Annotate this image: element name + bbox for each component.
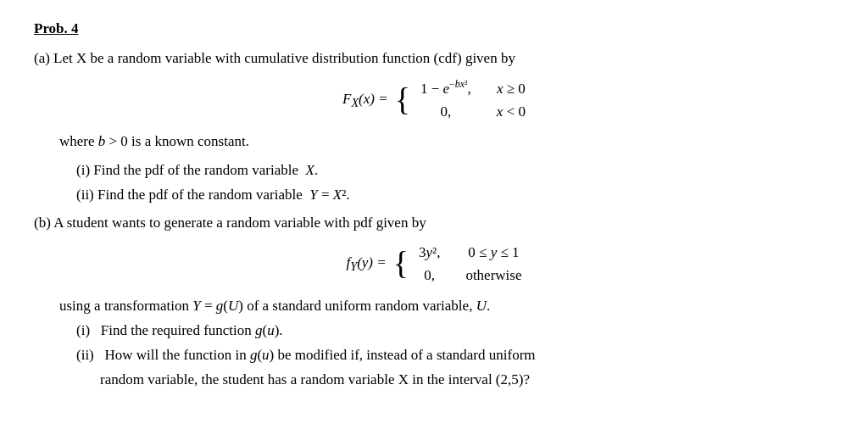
sub-item-i: (i) Find the required function g(u). <box>76 319 834 342</box>
cdf-func-label: FX(x) = <box>342 87 388 113</box>
left-brace: { <box>395 81 410 117</box>
pdf-equation: fY(y) = { 3y², 0 ≤ y ≤ 1 0, otherwise <box>34 241 834 287</box>
sub-item-ii-cont: random variable, the student has a rando… <box>100 368 834 391</box>
pdf-case-2: 0, otherwise <box>419 264 522 287</box>
item-ii: (ii) Find the pdf of the random variable… <box>76 183 834 206</box>
problem-title: Prob. 4 <box>34 17 834 40</box>
part-a-intro: (a) Let X be a random variable with cumu… <box>34 47 834 70</box>
main-content: Prob. 4 (a) Let X be a random variable w… <box>34 17 834 391</box>
part-b-intro: (b) A student wants to generate a random… <box>34 211 834 234</box>
pdf-case-1: 3y², 0 ≤ y ≤ 1 <box>419 241 522 264</box>
pdf-cases: 3y², 0 ≤ y ≤ 1 0, otherwise <box>419 241 522 287</box>
cdf-case-1: 1 − e−bx², x ≥ 0 <box>420 76 526 100</box>
where-line: where b > 0 is a known constant. <box>59 130 834 153</box>
cdf-equation: FX(x) = { 1 − e−bx², x ≥ 0 0, x < 0 <box>34 76 834 123</box>
item-i: (i) Find the pdf of the random variable … <box>76 159 834 181</box>
pdf-left-brace: { <box>393 245 409 281</box>
cdf-case-2: 0, x < 0 <box>420 100 526 123</box>
pdf-subscript: Y <box>350 260 357 274</box>
cdf-subscript: X <box>351 96 359 109</box>
cdf-exponent: −bx² <box>449 78 468 90</box>
cdf-cases: 1 − e−bx², x ≥ 0 0, x < 0 <box>420 76 526 123</box>
sub-item-ii: (ii) How will the function in g(u) be mo… <box>76 343 834 366</box>
pdf-func-label: fY(y) = <box>347 251 387 276</box>
using-line: using a transformation Y = g(U) of a sta… <box>59 294 834 317</box>
